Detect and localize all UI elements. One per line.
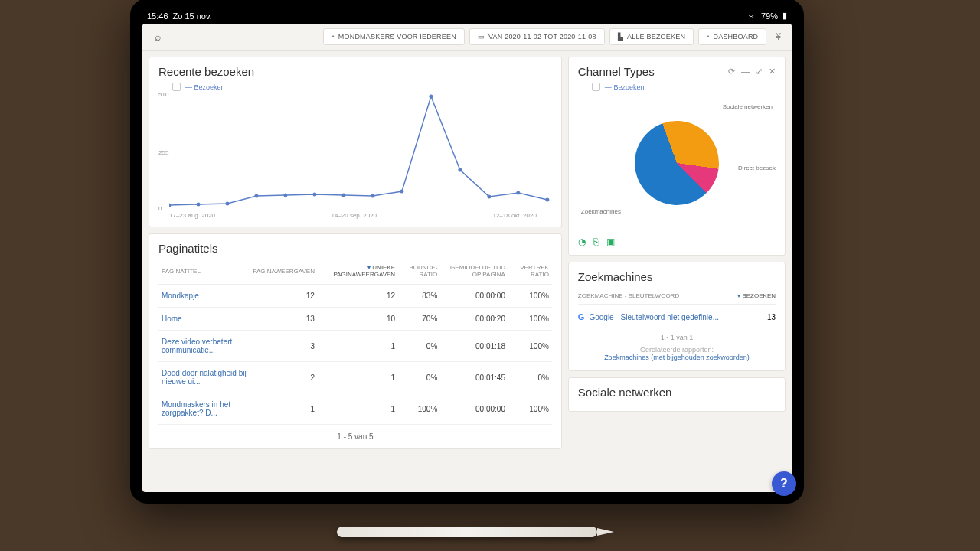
google-icon: G <box>578 312 585 321</box>
card-title: Zoekmachines <box>578 270 653 283</box>
page-titles-table: PAGINATITEL PAGINAWEERGAVEN UNIEKE PAGIN… <box>158 258 552 425</box>
segment-button[interactable]: ▙ALLE BEZOEKEN <box>609 28 694 45</box>
status-time: 15:46 <box>147 11 168 21</box>
search-engines-card: Zoekmachines ZOEKMACHINE - SLEUTELWOORD … <box>568 262 786 371</box>
svg-point-2 <box>225 202 229 206</box>
status-bar: 15:46 Zo 15 nov. ᯤ 79% ▮ <box>142 11 792 24</box>
chart-icon: ▙ <box>618 33 623 41</box>
svg-point-11 <box>487 195 491 199</box>
col-bounce[interactable]: BOUNCE-RATIO <box>398 258 440 285</box>
svg-point-13 <box>545 198 549 202</box>
help-fab[interactable]: ? <box>772 471 792 492</box>
svg-point-0 <box>169 204 171 207</box>
col-avg-time[interactable]: GEMIDDELDE TIJD OP PAGINA <box>440 258 508 285</box>
page-titles-card: Paginatitels PAGINATITEL PAGINAWEERGAVEN… <box>149 233 562 449</box>
site-selector-button[interactable]: MONDMASKERS VOOR IEDEREEN <box>323 28 464 45</box>
related-report-link[interactable]: Zoekmachines (met bijgehouden zoekwoorde… <box>578 354 776 363</box>
svg-point-7 <box>371 194 374 198</box>
col-unique-pageviews[interactable]: UNIEKE PAGINAWEERGAVEN <box>318 258 398 285</box>
svg-point-6 <box>341 194 345 197</box>
se-col-visits[interactable]: BEZOEKEN <box>737 292 776 299</box>
minimize-icon[interactable]: — <box>741 67 750 77</box>
stylus <box>337 527 597 537</box>
card-title: Paginatitels <box>158 242 552 258</box>
table-row[interactable]: Deze video verbetert communicatie...310%… <box>158 331 552 362</box>
svg-point-1 <box>196 203 200 207</box>
status-battery: 79% <box>761 11 778 21</box>
col-exit[interactable]: VERTREK RATIO <box>508 258 552 285</box>
date-range-button[interactable]: ▭VAN 2020-11-02 TOT 2020-11-08 <box>469 28 605 45</box>
search-engine-row[interactable]: GGoogle - Sleutelwoord niet gedefinie...… <box>578 305 776 329</box>
expand-icon[interactable]: ⤢ <box>756 67 763 77</box>
x-axis-ticks: 17–23 aug. 2020 14–20 sep. 2020 12–18 ok… <box>169 212 552 219</box>
visits-line-chart[interactable]: 510 255 0 <box>169 94 552 209</box>
legend-label: — Bezoeken <box>605 83 645 91</box>
channel-types-card: Channel Types ⟳ — ⤢ ✕ — Bezoeken <box>568 57 786 256</box>
legend-toggle-icon[interactable] <box>592 83 600 91</box>
svg-point-4 <box>283 194 287 197</box>
dashboard-button[interactable]: DASHBOARD <box>698 28 766 45</box>
card-title: Sociale netwerken <box>578 386 672 399</box>
related-label: Gerelateerde rapporten: <box>578 346 776 354</box>
recent-visits-card: Recente bezoeken — Bezoeken 510 255 0 <box>149 57 562 227</box>
svg-point-12 <box>516 191 520 195</box>
table-row[interactable]: Mondkapje121283%00:00:00100% <box>158 285 552 308</box>
table-row[interactable]: Home131070%00:00:20100% <box>158 308 552 331</box>
svg-point-5 <box>312 193 316 197</box>
col-pageviews[interactable]: PAGINAWEERGAVEN <box>250 258 318 285</box>
image-icon[interactable]: ▣ <box>606 236 615 247</box>
channel-pie-chart[interactable]: Sociale netwerken Direct bezoek Zoekmach… <box>578 94 776 232</box>
currency-icon[interactable]: ¥ <box>771 31 786 42</box>
app-screen: ⌕ MONDMASKERS VOOR IEDEREEN ▭VAN 2020-11… <box>142 24 792 492</box>
social-networks-card: Sociale netwerken <box>568 377 786 412</box>
svg-point-9 <box>429 95 433 99</box>
table-row[interactable]: Mondmaskers in het zorgpakket? D...11100… <box>158 393 552 425</box>
card-title: Recente bezoeken <box>158 65 254 78</box>
svg-point-10 <box>458 168 462 172</box>
svg-point-8 <box>400 190 403 194</box>
se-pager: 1 - 1 van 1 <box>578 329 776 346</box>
col-title[interactable]: PAGINATITEL <box>158 258 250 285</box>
search-icon[interactable]: ⌕ <box>149 31 167 43</box>
topbar: ⌕ MONDMASKERS VOOR IEDEREEN ▭VAN 2020-11… <box>142 24 792 51</box>
legend-toggle-icon[interactable] <box>172 83 181 91</box>
status-date: Zo 15 nov. <box>173 11 212 21</box>
battery-icon: ▮ <box>782 11 787 21</box>
table-row[interactable]: Dood door nalatigheid bij nieuwe ui...21… <box>158 362 552 393</box>
legend-label: — Bezoeken <box>185 83 225 91</box>
close-icon[interactable]: ✕ <box>769 67 776 77</box>
pie-view-icon[interactable]: ◔ <box>578 236 586 247</box>
table-pager: 1 - 5 van 5 <box>158 425 552 441</box>
tablet-frame: 15:46 Zo 15 nov. ᯤ 79% ▮ ⌕ MONDMASKERS V… <box>130 0 804 504</box>
calendar-icon: ▭ <box>478 33 485 41</box>
se-col-keyword[interactable]: ZOEKMACHINE - SLEUTELWOORD <box>578 292 679 299</box>
svg-point-3 <box>254 194 258 198</box>
export-icon[interactable]: ⎘ <box>593 236 599 247</box>
wifi-icon: ᯤ <box>748 11 756 21</box>
refresh-icon[interactable]: ⟳ <box>728 67 735 77</box>
card-title: Channel Types <box>578 65 655 78</box>
